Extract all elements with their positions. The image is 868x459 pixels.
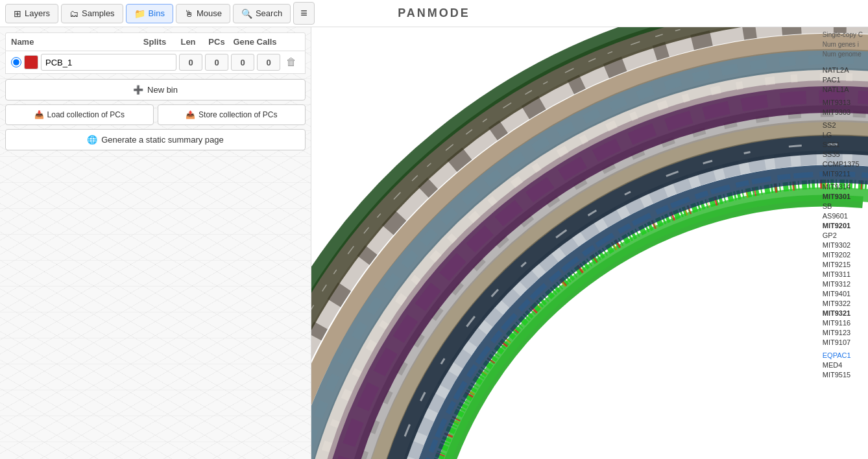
plus-icon: ➕ [133, 85, 143, 95]
load-pcs-label: Load collection of PCs [47, 110, 125, 119]
static-summary-label: Generate a static summary page [101, 135, 224, 145]
tab-samples[interactable]: 🗂 Samples [61, 4, 123, 23]
store-pcs-label: Store collection of PCs [199, 110, 277, 119]
bin-pcs-input[interactable] [231, 54, 254, 71]
bin-genecalls-input[interactable] [257, 54, 280, 71]
col-splits-header: Splits [137, 37, 173, 47]
tab-settings[interactable]: ≡ [293, 2, 315, 25]
top-navigation: PANMODE ⊞ Layers 🗂 Samples 📁 Bins 🖱 Mous… [0, 0, 868, 27]
tab-mouse-label: Mouse [197, 8, 222, 18]
load-icon: 📥 [34, 110, 44, 119]
bin-name-input[interactable] [41, 54, 176, 71]
mouse-icon: 🖱 [184, 8, 193, 19]
bins-icon: 📁 [134, 8, 145, 19]
col-pcs-header: PCs [204, 37, 230, 47]
circular-visualization [311, 27, 868, 459]
tab-samples-label: Samples [82, 8, 115, 18]
tab-layers-label: Layers [25, 8, 50, 18]
store-pcs-button[interactable]: 📤 Store collection of PCs [158, 104, 306, 125]
bin-splits-input[interactable] [179, 54, 202, 71]
table-row: 🗑 [5, 51, 306, 74]
col-name-header: Name [11, 37, 134, 47]
brand-logo: PANMODE [398, 6, 470, 20]
layers-icon: ⊞ [14, 8, 21, 19]
bins-table-header: Name Splits Len PCs Gene Calls [5, 32, 306, 51]
col-len-header: Len [175, 37, 201, 47]
bin-radio[interactable] [11, 57, 21, 67]
main-layout: Name Splits Len PCs Gene Calls 🗑 [0, 27, 868, 459]
pcs-button-row: 📥 Load collection of PCs 📤 Store collect… [5, 104, 306, 125]
tab-search-label: Search [256, 8, 282, 18]
left-panel: Name Splits Len PCs Gene Calls 🗑 [0, 27, 311, 459]
bin-color-swatch[interactable] [24, 55, 38, 69]
static-summary-button[interactable]: 🌐 Generate a static summary page [5, 129, 306, 150]
tab-bins[interactable]: 📁 Bins [126, 4, 173, 23]
samples-icon: 🗂 [69, 8, 78, 19]
globe-icon: 🌐 [87, 135, 97, 145]
new-bin-button[interactable]: ➕ New bin [5, 79, 306, 100]
tab-layers[interactable]: ⊞ Layers [5, 4, 58, 23]
new-bin-label: New bin [147, 85, 178, 95]
store-icon: 📤 [186, 110, 195, 119]
load-pcs-button[interactable]: 📥 Load collection of PCs [5, 104, 154, 125]
bin-delete-button[interactable]: 🗑 [283, 54, 300, 71]
menu-icon: ≡ [300, 6, 307, 20]
tab-bins-label: Bins [149, 8, 165, 18]
tab-search[interactable]: 🔍 Search [233, 4, 291, 23]
panel-buttons: ➕ New bin 📥 Load collection of PCs 📤 Sto… [5, 79, 306, 150]
bin-len-input[interactable] [205, 54, 228, 71]
tab-mouse[interactable]: 🖱 Mouse [176, 4, 230, 23]
search-icon: 🔍 [241, 8, 252, 19]
col-genecalls-header: Gene Calls [232, 37, 278, 47]
right-panel: Single-copy C Num genes i Num genome NAT… [311, 27, 868, 459]
